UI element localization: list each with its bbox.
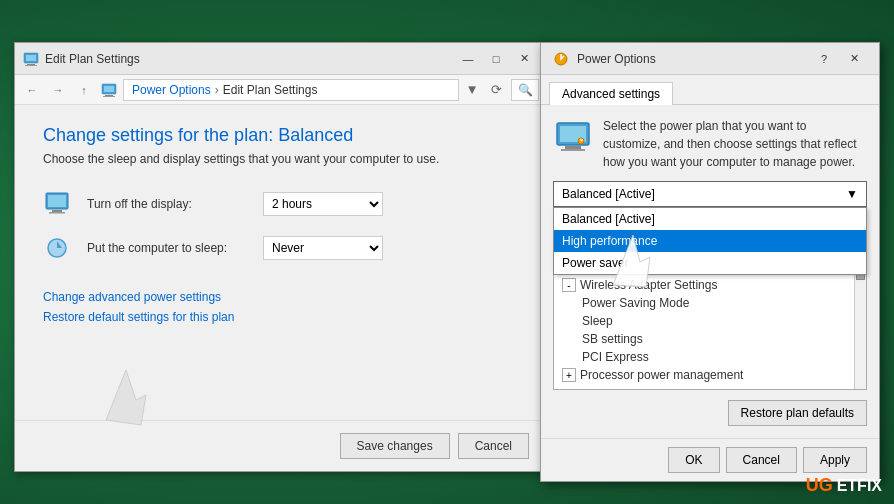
address-dropdown-button[interactable]: ▼ — [463, 79, 481, 101]
ok-button[interactable]: OK — [668, 447, 719, 473]
svg-rect-3 — [25, 65, 37, 66]
svg-rect-18 — [565, 146, 581, 149]
power-description-icon — [553, 117, 593, 157]
plan-dropdown-button[interactable]: Balanced [Active] ▼ — [553, 181, 867, 207]
plan-subheading: Choose the sleep and display settings th… — [43, 152, 517, 166]
restore-plan-defaults-button[interactable]: Restore plan defaults — [728, 400, 867, 426]
sleep-icon — [43, 234, 71, 262]
links-section: Change advanced power settings Restore d… — [43, 290, 517, 324]
address-bar: ← → ↑ Power Options › Edit Plan Settings… — [15, 75, 545, 105]
display-setting-row: Turn off the display: 2 hours — [43, 190, 517, 218]
tree-item-power-saving[interactable]: Power Saving Mode — [558, 294, 862, 312]
plan-heading: Change settings for the plan: Balanced — [43, 125, 517, 146]
tree-wireless-label: Wireless Adapter Settings — [580, 278, 717, 292]
dialog-help-button[interactable]: ? — [811, 49, 837, 69]
dialog-tabs: Advanced settings — [541, 75, 879, 105]
svg-rect-19 — [561, 149, 585, 151]
edit-plan-footer: Save changes Cancel — [15, 420, 545, 471]
power-options-icon — [553, 51, 569, 67]
close-button[interactable]: ✕ — [511, 49, 537, 69]
dialog-cancel-button[interactable]: Cancel — [726, 447, 797, 473]
svg-rect-1 — [26, 55, 36, 61]
plan-dropdown-container: Balanced [Active] ▼ Balanced [Active] Hi… — [553, 181, 867, 207]
watermark: UG ETFIX — [806, 475, 882, 496]
edit-plan-titlebar-buttons: — □ ✕ — [455, 49, 537, 69]
watermark-suffix: ETFIX — [837, 477, 882, 495]
minimize-button[interactable]: — — [455, 49, 481, 69]
svg-rect-2 — [27, 64, 35, 65]
dropdown-item-balanced[interactable]: Balanced [Active] — [554, 208, 866, 230]
svg-rect-9 — [48, 195, 66, 207]
svg-rect-5 — [104, 86, 114, 92]
dialog-action-buttons: OK Cancel Apply — [668, 447, 867, 473]
search-box[interactable]: 🔍 — [511, 79, 539, 101]
plan-dropdown-menu: Balanced [Active] High performance Power… — [553, 207, 867, 275]
tree-power-saving-label: Power Saving Mode — [582, 296, 689, 310]
svg-rect-10 — [52, 210, 62, 212]
tree-processor-label: Processor power management — [580, 368, 743, 382]
tree-usb-label: SB settings — [582, 332, 643, 346]
power-options-dialog: Power Options ? ✕ Advanced settings Sele… — [540, 42, 880, 482]
breadcrumb-separator: › — [215, 83, 219, 97]
edit-plan-content: Change settings for the plan: Balanced C… — [15, 105, 545, 420]
edit-plan-title: Edit Plan Settings — [45, 52, 449, 66]
sleep-select[interactable]: Never — [263, 236, 383, 260]
watermark-prefix: UG — [806, 475, 833, 496]
advanced-settings-link[interactable]: Change advanced power settings — [43, 290, 517, 304]
display-label: Turn off the display: — [87, 197, 247, 211]
dialog-titlebar-buttons: ? ✕ — [811, 49, 867, 69]
tree-pci-label: PCI Express — [582, 350, 649, 364]
sleep-setting-row: Put the computer to sleep: Never — [43, 234, 517, 262]
tree-item-pci[interactable]: PCI Express — [558, 348, 862, 366]
svg-rect-11 — [49, 212, 65, 214]
apply-button[interactable]: Apply — [803, 447, 867, 473]
back-button[interactable]: ← — [21, 79, 43, 101]
dialog-body: Select the power plan that you want to c… — [541, 105, 879, 438]
breadcrumb-link[interactable]: Power Options — [132, 83, 211, 97]
advanced-settings-tab[interactable]: Advanced settings — [549, 82, 673, 105]
power-options-titlebar: Power Options ? ✕ — [541, 43, 879, 75]
dropdown-item-power-saver[interactable]: Power saver — [554, 252, 866, 274]
save-changes-button[interactable]: Save changes — [340, 433, 450, 459]
dropdown-item-high-perf[interactable]: High performance — [554, 230, 866, 252]
svg-rect-6 — [105, 95, 113, 96]
refresh-button[interactable]: ⟳ — [485, 79, 507, 101]
sleep-label: Put the computer to sleep: — [87, 241, 247, 255]
up-button[interactable]: ↑ — [73, 79, 95, 101]
tree-item-processor[interactable]: + Processor power management — [558, 366, 862, 384]
tree-item-sleep[interactable]: Sleep — [558, 312, 862, 330]
breadcrumb-current: Edit Plan Settings — [223, 83, 318, 97]
description-row: Select the power plan that you want to c… — [553, 117, 867, 171]
display-icon — [43, 190, 71, 218]
breadcrumb: Power Options › Edit Plan Settings — [123, 79, 459, 101]
plan-dropdown-value: Balanced [Active] — [562, 187, 655, 201]
cancel-button[interactable]: Cancel — [458, 433, 529, 459]
tree-expand-processor[interactable]: + — [562, 368, 576, 382]
dialog-description: Select the power plan that you want to c… — [603, 117, 867, 171]
restore-defaults-link[interactable]: Restore default settings for this plan — [43, 310, 517, 324]
maximize-button[interactable]: □ — [483, 49, 509, 69]
tree-sleep-label: Sleep — [582, 314, 613, 328]
tree-item-wireless[interactable]: - Wireless Adapter Settings — [558, 276, 862, 294]
dropdown-arrow-icon: ▼ — [846, 187, 858, 201]
tree-item-usb[interactable]: SB settings — [558, 330, 862, 348]
svg-rect-7 — [103, 96, 115, 97]
dialog-close-button[interactable]: ✕ — [841, 49, 867, 69]
forward-button[interactable]: → — [47, 79, 69, 101]
restore-row: Restore plan defaults — [553, 400, 867, 426]
power-options-title: Power Options — [577, 52, 803, 66]
address-icon — [101, 82, 117, 98]
edit-plan-titlebar: Edit Plan Settings — □ ✕ — [15, 43, 545, 75]
edit-plan-window-icon — [23, 51, 39, 67]
display-select[interactable]: 2 hours — [263, 192, 383, 216]
edit-plan-window: Edit Plan Settings — □ ✕ ← → ↑ Power Opt… — [14, 42, 546, 472]
tree-expand-wireless[interactable]: - — [562, 278, 576, 292]
